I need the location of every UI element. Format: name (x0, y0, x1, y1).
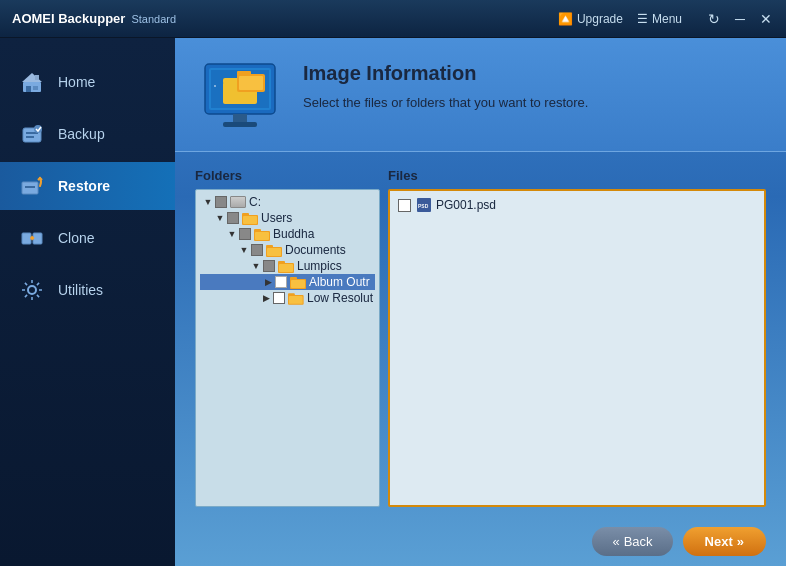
svg-rect-23 (223, 122, 257, 127)
sidebar-item-restore[interactable]: Restore (0, 162, 175, 210)
svg-rect-35 (267, 248, 281, 256)
title-bar-right: 🔼 Upgrade ☰ Menu ↻ ─ ✕ (558, 11, 774, 27)
upgrade-button[interactable]: 🔼 Upgrade (558, 12, 623, 26)
toggle-buddha[interactable]: ▼ (226, 228, 238, 240)
next-button[interactable]: Next » (683, 527, 766, 556)
window-controls: ↻ ─ ✕ (706, 11, 774, 27)
tree-item-c[interactable]: ▼ C: (200, 194, 375, 210)
files-label: Files (388, 168, 766, 183)
sidebar-item-home[interactable]: Home (0, 58, 175, 106)
file-browser: Folders ▼ C: ▼ (175, 152, 786, 519)
svg-rect-4 (35, 75, 39, 80)
clone-icon (18, 224, 46, 252)
file-item-pg001[interactable]: PSD PG001.psd (394, 195, 760, 215)
svg-rect-25 (237, 71, 251, 76)
tree-label-albumoutro: Album Outr (309, 275, 370, 289)
sidebar-item-utilities[interactable]: Utilities (0, 266, 175, 314)
tree-item-lowresolut[interactable]: ▶ Low Resolut (200, 290, 375, 306)
folder-tree[interactable]: ▼ C: ▼ (195, 189, 380, 507)
header-text: Image Information Select the files or fo… (303, 54, 588, 113)
svg-rect-44 (289, 296, 303, 304)
svg-rect-18 (223, 78, 239, 84)
content-area: Image Information Select the files or fo… (175, 38, 786, 566)
svg-rect-10 (25, 186, 35, 188)
header-illustration (195, 54, 285, 139)
menu-icon: ☰ (637, 12, 648, 26)
svg-text:PSD: PSD (418, 203, 429, 209)
sidebar-item-restore-label: Restore (58, 178, 110, 194)
page-description: Select the files or folders that you wan… (303, 93, 588, 113)
sidebar: Home Backup (0, 38, 175, 566)
tree-item-buddha[interactable]: ▼ Buddha (200, 226, 375, 242)
tree-item-documents[interactable]: ▼ Documents (200, 242, 375, 258)
toggle-users[interactable]: ▼ (214, 212, 226, 224)
content-header: Image Information Select the files or fo… (175, 38, 786, 152)
toggle-documents[interactable]: ▼ (238, 244, 250, 256)
browser-panels: Folders ▼ C: ▼ (195, 168, 766, 507)
svg-rect-29 (243, 216, 257, 224)
folders-label: Folders (195, 168, 380, 183)
svg-rect-11 (22, 233, 31, 244)
folder-icon-albumoutro (290, 276, 306, 289)
checkbox-c[interactable] (215, 196, 227, 208)
main-layout: Home Backup (0, 38, 786, 566)
checkbox-documents[interactable] (251, 244, 263, 256)
svg-rect-2 (33, 86, 38, 90)
back-button[interactable]: « Back (592, 527, 672, 556)
folder-icon-documents (266, 244, 282, 257)
menu-button[interactable]: ☰ Menu (637, 12, 682, 26)
toggle-albumoutro[interactable]: ▶ (262, 276, 274, 288)
tree-label-documents: Documents (285, 243, 346, 257)
svg-point-21 (214, 85, 216, 87)
sidebar-item-clone[interactable]: Clone (0, 214, 175, 262)
tree-label-users: Users (261, 211, 292, 225)
next-chevrons: » (737, 534, 744, 549)
checkbox-users[interactable] (227, 212, 239, 224)
sidebar-item-utilities-label: Utilities (58, 282, 103, 298)
svg-rect-32 (255, 232, 269, 240)
checkbox-buddha[interactable] (239, 228, 251, 240)
svg-rect-41 (291, 280, 305, 288)
home-icon (18, 68, 46, 96)
svg-rect-1 (26, 86, 31, 92)
tree-label-lowresolut: Low Resolut (307, 291, 373, 305)
app-edition: Standard (131, 13, 176, 25)
checkbox-lumpics[interactable] (263, 260, 275, 272)
bottom-bar: « Back Next » (175, 519, 786, 566)
back-chevrons: « (612, 534, 619, 549)
refresh-button[interactable]: ↻ (706, 11, 722, 27)
file-name-pg001: PG001.psd (436, 198, 496, 212)
restore-icon (18, 172, 46, 200)
title-bar: AOMEI Backupper Standard 🔼 Upgrade ☰ Men… (0, 0, 786, 38)
sidebar-item-clone-label: Clone (58, 230, 95, 246)
toggle-c[interactable]: ▼ (202, 196, 214, 208)
svg-rect-7 (26, 136, 34, 138)
psd-file-icon: PSD (416, 197, 432, 213)
tree-item-lumpics[interactable]: ▼ Lumpics (200, 258, 375, 274)
checkbox-lowresolut[interactable] (273, 292, 285, 304)
folder-icon-users (242, 212, 258, 225)
svg-point-13 (28, 286, 36, 294)
tree-item-users[interactable]: ▼ Users (200, 210, 375, 226)
svg-rect-12 (33, 233, 42, 244)
folder-icon-buddha (254, 228, 270, 241)
files-panel: Files PSD PG001.psd (388, 168, 766, 507)
checkbox-albumoutro[interactable] (275, 276, 287, 288)
svg-rect-0 (23, 82, 41, 92)
close-button[interactable]: ✕ (758, 11, 774, 27)
toggle-lowresolut[interactable]: ▶ (261, 292, 273, 304)
page-title: Image Information (303, 62, 588, 85)
sidebar-item-backup-label: Backup (58, 126, 105, 142)
backup-icon (18, 120, 46, 148)
tree-label-lumpics: Lumpics (297, 259, 342, 273)
svg-rect-38 (279, 264, 293, 272)
folder-icon-lumpics (278, 260, 294, 273)
sidebar-item-backup[interactable]: Backup (0, 110, 175, 158)
minimize-button[interactable]: ─ (732, 11, 748, 27)
upgrade-icon: 🔼 (558, 12, 573, 26)
toggle-lumpics[interactable]: ▼ (250, 260, 262, 272)
files-list[interactable]: PSD PG001.psd (388, 189, 766, 507)
checkbox-pg001[interactable] (398, 199, 411, 212)
folder-icon-lowresolut (288, 292, 304, 305)
tree-item-albumoutro[interactable]: ▶ Album Outr (200, 274, 375, 290)
